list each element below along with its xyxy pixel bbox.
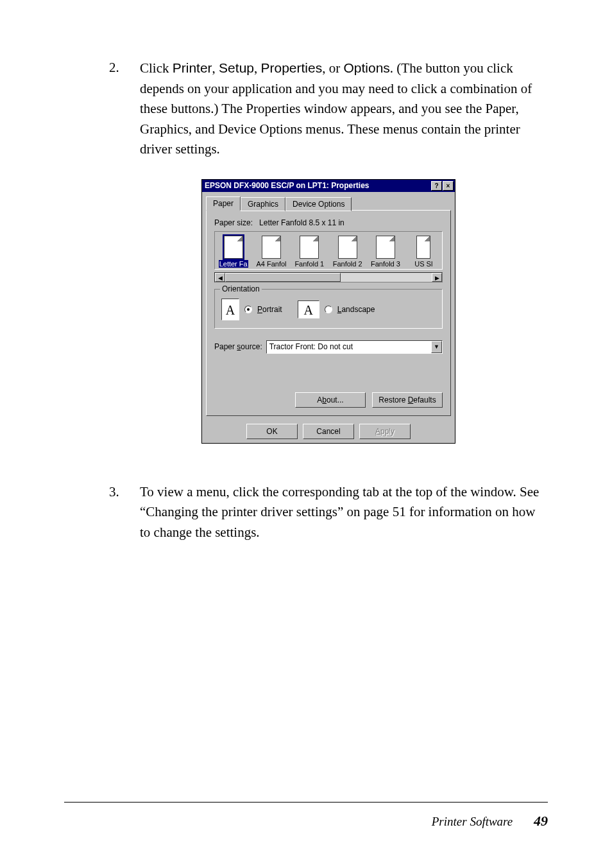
landscape-option[interactable]: A Landscape: [298, 300, 375, 318]
text: Click: [140, 60, 173, 76]
step-2-text: Click Printer, Setup, Properties, or Opt…: [140, 58, 548, 160]
paper-size-label: Paper size:: [214, 218, 253, 227]
text: , or: [322, 60, 343, 76]
scroll-left-button[interactable]: ◀: [215, 273, 225, 282]
page-footer: Printer Software 49: [64, 802, 548, 829]
tab-device-options[interactable]: Device Options: [285, 197, 352, 211]
paper-icon: [224, 236, 243, 259]
dialog-buttons: OK Cancel Apply: [202, 420, 455, 443]
step-3: 3. To view a menu, click the correspondi…: [109, 482, 548, 543]
paper-icon: [300, 236, 319, 259]
paper-label: Letter Fa: [219, 260, 248, 268]
paper-icon: [262, 236, 281, 259]
portrait-option[interactable]: A Portrait: [221, 299, 282, 320]
footer-page-number: 49: [534, 813, 548, 829]
step-3-text: To view a menu, click the corresponding …: [140, 482, 548, 543]
paper-item-f1[interactable]: Fanfold 1: [294, 236, 325, 268]
paper-list-scrollbar[interactable]: ◀ ▶: [214, 272, 443, 282]
landscape-radio[interactable]: [325, 306, 332, 313]
paper-label: Fanfold 2: [333, 260, 362, 268]
paper-icon: [416, 236, 430, 259]
properties-dialog: EPSON DFX-9000 ESC/P on LPT1: Properties…: [201, 179, 455, 444]
step-2-number: 2.: [109, 58, 140, 160]
paper-source-label: Paper source:: [214, 342, 262, 351]
dialog-title: EPSON DFX-9000 ESC/P on LPT1: Properties: [205, 181, 370, 190]
text: ,: [212, 60, 219, 76]
portrait-icon: A: [221, 299, 239, 320]
paper-icon: [338, 236, 357, 259]
options-word: Options: [343, 60, 389, 75]
step-3-number: 3.: [109, 482, 140, 543]
printer-word: Printer: [173, 60, 212, 75]
paper-item-a4[interactable]: A4 Fanfol: [255, 236, 287, 268]
titlebar: EPSON DFX-9000 ESC/P on LPT1: Properties…: [202, 180, 455, 192]
restore-defaults-button[interactable]: Restore Defaults: [372, 392, 443, 408]
orientation-group: Orientation A Portrait A Landscape: [214, 289, 443, 329]
paper-source-row: Paper source: Tractor Front: Do not cut …: [214, 340, 443, 354]
landscape-icon: A: [298, 300, 319, 318]
paper-size-value: Letter Fanfold 8.5 x 11 in: [259, 218, 344, 227]
paper-label: US Sl: [414, 260, 432, 268]
paper-label: A4 Fanfol: [256, 260, 286, 268]
tab-page-paper: Paper size: Letter Fanfold 8.5 x 11 in L…: [206, 210, 451, 416]
close-button[interactable]: ×: [443, 181, 454, 191]
paper-item-f2[interactable]: Fanfold 2: [332, 236, 363, 268]
landscape-label: Landscape: [337, 305, 375, 314]
paper-item-letter[interactable]: Letter Fa: [217, 236, 249, 268]
apply-button[interactable]: Apply: [359, 424, 411, 439]
scroll-thumb[interactable]: [225, 273, 341, 282]
tabstrip: Paper Graphics Device Options: [202, 192, 455, 210]
ok-button[interactable]: OK: [246, 424, 298, 439]
text: ,: [254, 60, 261, 76]
step-2: 2. Click Printer, Setup, Properties, or …: [109, 58, 548, 160]
paper-label: Fanfold 3: [371, 260, 400, 268]
paper-label: Fanfold 1: [294, 260, 324, 268]
properties-word: Properties: [261, 60, 323, 75]
scroll-track[interactable]: [225, 273, 432, 282]
tab-buttons: About... Restore Defaults: [214, 392, 443, 408]
paper-item-f3[interactable]: Fanfold 3: [370, 236, 401, 268]
portrait-label: Portrait: [257, 305, 282, 314]
paper-source-value: Tractor Front: Do not cut: [267, 341, 431, 353]
portrait-radio[interactable]: [244, 306, 252, 313]
paper-size-list[interactable]: Letter Fa A4 Fanfol Fanfold 1 Fanfold 2: [214, 231, 443, 270]
combo-dropdown-button[interactable]: ▼: [431, 341, 442, 353]
setup-word: Setup: [219, 60, 254, 75]
titlebar-buttons: ? ×: [431, 181, 454, 191]
scroll-right-button[interactable]: ▶: [432, 273, 442, 282]
dialog-wrapper: EPSON DFX-9000 ESC/P on LPT1: Properties…: [109, 179, 548, 444]
paper-item-ussl[interactable]: US Sl: [408, 236, 439, 268]
footer-section: Printer Software: [432, 815, 513, 828]
cancel-button[interactable]: Cancel: [303, 424, 354, 439]
paper-icon: [376, 236, 395, 259]
paper-source-combo[interactable]: Tractor Front: Do not cut ▼: [266, 340, 443, 354]
about-button[interactable]: About...: [295, 392, 366, 408]
tab-paper[interactable]: Paper: [206, 196, 241, 211]
tab-graphics[interactable]: Graphics: [241, 197, 285, 211]
orientation-title: Orientation: [220, 284, 262, 293]
help-button[interactable]: ?: [431, 181, 442, 191]
paper-size-row: Paper size: Letter Fanfold 8.5 x 11 in: [214, 218, 443, 227]
